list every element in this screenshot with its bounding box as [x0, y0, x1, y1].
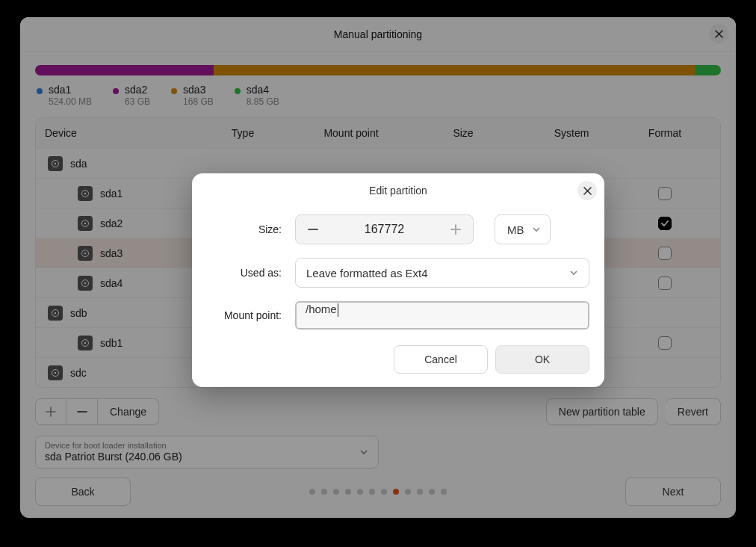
dialog-title: Edit partition — [369, 185, 427, 197]
plus-icon — [450, 223, 462, 235]
used-as-select[interactable]: Leave formatted as Ext4 — [295, 258, 589, 288]
main-window: Manual partitioning sda1524.00 MBsda263 … — [20, 17, 736, 518]
mount-point-value: /home — [306, 303, 337, 315]
mount-point-input[interactable]: /home — [295, 301, 589, 330]
ok-button-label: OK — [535, 353, 550, 365]
size-value[interactable]: 167772 — [330, 215, 439, 244]
minus-icon — [307, 223, 319, 235]
size-stepper: 167772 — [295, 214, 474, 244]
close-icon — [583, 187, 592, 195]
dialog-actions: Cancel OK — [192, 336, 604, 374]
size-field: Size: 167772 MB — [192, 208, 604, 251]
mount-point-label: Mount point: — [207, 309, 282, 321]
used-as-label: Used as: — [207, 267, 282, 279]
text-caret — [338, 303, 338, 317]
cancel-button[interactable]: Cancel — [394, 345, 488, 374]
chevron-down-icon — [532, 225, 541, 234]
edit-partition-dialog: Edit partition Size: 167772 MB U — [192, 173, 604, 387]
size-decrement-button[interactable] — [296, 215, 330, 244]
dialog-titlebar: Edit partition — [192, 173, 604, 208]
size-label: Size: — [207, 223, 282, 235]
size-unit-value: MB — [507, 223, 524, 236]
used-as-field: Used as: Leave formatted as Ext4 — [192, 251, 604, 294]
size-increment-button[interactable] — [439, 215, 473, 244]
dialog-close-button[interactable] — [577, 181, 597, 200]
ok-button[interactable]: OK — [495, 345, 589, 374]
cancel-button-label: Cancel — [424, 353, 457, 365]
used-as-value: Leave formatted as Ext4 — [306, 267, 428, 279]
mount-point-field: Mount point: /home — [192, 294, 604, 336]
size-unit-select[interactable]: MB — [495, 214, 551, 244]
chevron-down-icon — [569, 268, 578, 277]
